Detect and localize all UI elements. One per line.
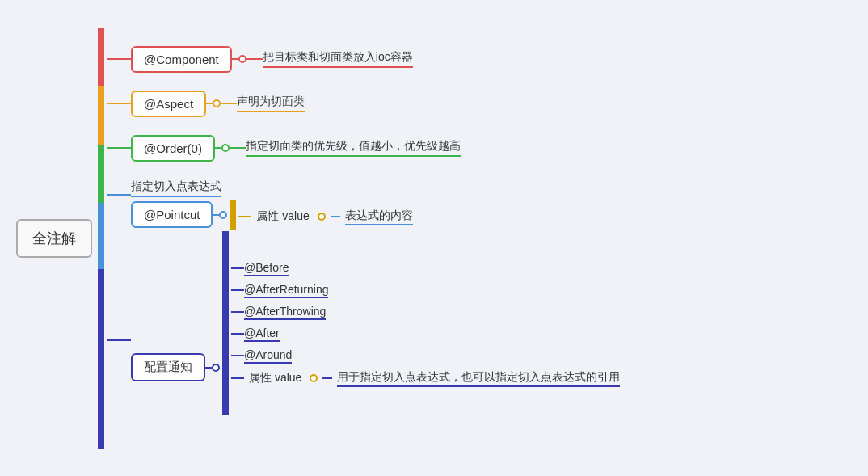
node-aspect-label: @Aspect (144, 97, 193, 111)
attr-dot-pointcut (318, 213, 326, 221)
svg-rect-4 (98, 269, 104, 449)
branch-pointcut: 指定切入点表达式 @Pointcut (107, 179, 620, 230)
svg-rect-6 (222, 231, 229, 415)
connector-component (107, 58, 131, 60)
sub-afterreturning-label: @AfterReturning (244, 283, 328, 298)
svg-rect-1 (98, 86, 104, 145)
attr-value-notice: 用于指定切入点表达式，也可以指定切入点表达式的引用 (337, 370, 620, 387)
sub-around: @Around (231, 348, 620, 364)
desc-aspect: 声明为切面类 (237, 95, 305, 112)
node-pointcut-label: @Pointcut (144, 208, 200, 221)
node-pointcut: @Pointcut (131, 201, 213, 228)
attr-label-notice: 属性 value (249, 371, 301, 385)
node-order-label: @Order(0) (144, 141, 202, 155)
connector-notice (107, 339, 131, 341)
svg-rect-0 (98, 28, 104, 86)
attr-dot-notice (310, 374, 318, 382)
circle-component (238, 55, 246, 63)
circle-aspect (213, 99, 221, 107)
sub-afterreturning: @AfterReturning (231, 283, 620, 298)
svg-rect-3 (98, 203, 104, 269)
sub-before-label: @Before (244, 261, 289, 276)
circle-pointcut (219, 211, 227, 219)
sub-attr-notice: 属性 value 用于指定切入点表达式，也可以指定切入点表达式的引用 (231, 370, 620, 387)
branch-component: @Component 把目标类和切面类放入ioc容器 (107, 46, 620, 73)
desc-pointcut: 指定切入点表达式 (131, 179, 221, 197)
node-notice: 配置通知 (131, 353, 205, 381)
desc-order: 指定切面类的优先级，值越小，优先级越高 (246, 139, 461, 157)
branch-notice: 配置通知 @Before (107, 247, 620, 415)
node-order: @Order(0) (131, 135, 215, 162)
sub-vbar-pointcut (227, 200, 238, 230)
root-label: 全注解 (32, 230, 76, 246)
attr-label-pointcut: 属性 value (256, 209, 309, 224)
sub-afterthrowing-label: @AfterThrowing (244, 305, 326, 320)
svg-rect-2 (98, 145, 104, 203)
branch-order: @Order(0) 指定切面类的优先级，值越小，优先级越高 (107, 135, 620, 162)
desc-component: 把目标类和切面类放入ioc容器 (263, 50, 413, 68)
sub-afterthrowing: @AfterThrowing (231, 305, 620, 320)
node-component: @Component (131, 46, 232, 73)
circle-notice (212, 364, 220, 372)
vertical-bar (95, 28, 107, 449)
sub-after: @After (231, 326, 620, 342)
svg-rect-5 (230, 200, 236, 230)
sub-attr-pointcut: 属性 value 表达式的内容 (238, 209, 412, 225)
node-notice-label: 配置通知 (144, 360, 192, 373)
root-node: 全注解 (16, 219, 92, 258)
root-section: 全注解 (16, 219, 92, 258)
connector-pointcut (107, 194, 131, 196)
sub-around-label: @Around (244, 348, 292, 364)
diagram: 全注解 @Component (16, 28, 852, 449)
branch-aspect: @Aspect 声明为切面类 (107, 91, 620, 117)
sub-vbar-notice (220, 231, 231, 415)
connector-order (107, 147, 131, 149)
node-aspect: @Aspect (131, 91, 206, 117)
attr-value-pointcut: 表达式的内容 (345, 209, 413, 225)
sub-after-label: @After (244, 326, 280, 342)
connector-aspect (107, 103, 131, 104)
node-component-label: @Component (144, 53, 219, 66)
circle-order (221, 144, 230, 152)
sub-before: @Before (231, 261, 620, 276)
